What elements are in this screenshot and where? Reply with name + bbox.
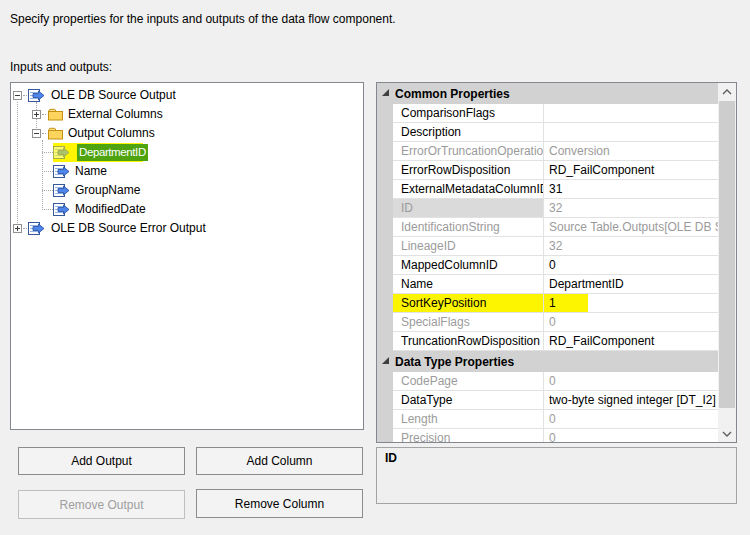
property-name-cell: TruncationRowDisposition — [393, 332, 544, 351]
property-name-cell: IdentificationString — [393, 218, 544, 237]
property-value-cell[interactable]: two-byte signed integer [DT_I2] — [544, 391, 718, 410]
property-row-lineageid[interactable]: LineageID32 — [377, 237, 718, 256]
property-row-id[interactable]: ID32 — [377, 199, 718, 218]
category-expanded-icon — [382, 357, 389, 364]
property-value-cell[interactable]: DepartmentID — [544, 275, 718, 294]
category-gutter — [377, 372, 393, 391]
category-gutter — [377, 410, 393, 429]
tree-item-output-columns[interactable]: Output Columns — [11, 124, 363, 143]
property-row-errorortruncationoperation[interactable]: ErrorOrTruncationOperationConversion — [377, 142, 718, 161]
inputs-outputs-tree: OLE DB Source OutputExternal ColumnsOutp… — [10, 82, 364, 430]
property-grid-rows: Common PropertiesComparisonFlagsDescript… — [377, 83, 718, 443]
property-row-externalmetadatacolumnid[interactable]: ExternalMetadataColumnID31 — [377, 180, 718, 199]
remove-column-button[interactable]: Remove Column — [196, 489, 363, 518]
property-row-sortkeyposition[interactable]: SortKeyPosition1 — [377, 294, 718, 313]
category-gutter — [377, 161, 393, 180]
expand-plus-icon[interactable] — [13, 224, 22, 233]
category-gutter — [377, 123, 393, 142]
property-row-precision[interactable]: Precision0 — [377, 429, 718, 443]
category-gutter — [377, 429, 393, 443]
property-name-cell: ErrorRowDisposition — [393, 161, 544, 180]
add-output-button[interactable]: Add Output — [18, 447, 185, 475]
tree-item-ole-db-source-output[interactable]: OLE DB Source Output — [11, 86, 363, 105]
property-grid-scrollbar[interactable] — [718, 83, 736, 442]
tree-item-departmentid[interactable]: DepartmentID — [11, 143, 363, 162]
instruction-text: Specify properties for the inputs and ou… — [10, 12, 396, 26]
property-value-cell[interactable]: RD_FailComponent — [544, 161, 718, 180]
folder-icon — [47, 107, 64, 122]
property-name-cell: Precision — [393, 429, 544, 443]
property-name-cell: Length — [393, 410, 544, 429]
property-value-cell: 0 — [544, 372, 718, 391]
chevron-up-icon — [722, 89, 732, 95]
property-row-comparisonflags[interactable]: ComparisonFlags — [377, 104, 718, 123]
property-name-cell: CodePage — [393, 372, 544, 391]
inputs-outputs-label: Inputs and outputs: — [10, 60, 112, 74]
category-title: Common Properties — [395, 87, 510, 101]
property-description-panel: ID — [376, 447, 737, 504]
collapse-minus-icon[interactable] — [32, 129, 41, 138]
category-gutter — [377, 218, 393, 237]
collapse-minus-icon[interactable] — [13, 91, 22, 100]
category-gutter — [377, 104, 393, 123]
property-row-codepage[interactable]: CodePage0 — [377, 372, 718, 391]
property-name-cell: DataType — [393, 391, 544, 410]
output-column-icon — [28, 221, 45, 236]
property-name-cell: LineageID — [393, 237, 544, 256]
highlight-annotation — [53, 143, 76, 162]
tree-item-external-columns[interactable]: External Columns — [11, 105, 363, 124]
property-value-cell[interactable]: 31 — [544, 180, 718, 199]
property-name-cell: ErrorOrTruncationOperation — [393, 142, 544, 161]
category-title: Data Type Properties — [395, 355, 514, 369]
scroll-down-button[interactable] — [718, 425, 736, 442]
property-row-identificationstring[interactable]: IdentificationStringSource Table.Outputs… — [377, 218, 718, 237]
property-name-cell: ExternalMetadataColumnID — [393, 180, 544, 199]
scrollbar-thumb[interactable] — [719, 101, 735, 408]
add-column-button[interactable]: Add Column — [196, 447, 363, 475]
property-value-cell: 0 — [544, 410, 718, 429]
property-row-datatype[interactable]: DataTypetwo-byte signed integer [DT_I2] — [377, 391, 718, 410]
category-gutter — [377, 294, 393, 313]
property-value-cell: 32 — [544, 199, 718, 218]
tree-item-modifieddate[interactable]: ModifiedDate — [11, 200, 363, 219]
property-value-cell[interactable] — [544, 104, 718, 123]
property-row-truncationrowdisposition[interactable]: TruncationRowDispositionRD_FailComponent — [377, 332, 718, 351]
category-header-common-properties[interactable]: Common Properties — [377, 83, 718, 104]
property-row-specialflags[interactable]: SpecialFlags0 — [377, 313, 718, 332]
tree-item-ole-db-source-error-output[interactable]: OLE DB Source Error Output — [11, 219, 363, 238]
category-gutter — [377, 332, 393, 351]
category-gutter — [377, 237, 393, 256]
property-row-mappedcolumnid[interactable]: MappedColumnID0 — [377, 256, 718, 275]
property-name-cell: Name — [393, 275, 544, 294]
property-row-errorrowdisposition[interactable]: ErrorRowDispositionRD_FailComponent — [377, 161, 718, 180]
property-value-cell: Source Table.Outputs[OLE DB S — [544, 218, 718, 237]
output-column-icon — [28, 88, 45, 103]
remove-output-button: Remove Output — [18, 490, 185, 519]
property-row-length[interactable]: Length0 — [377, 410, 718, 429]
property-name-cell: MappedColumnID — [393, 256, 544, 275]
category-expanded-icon — [382, 89, 389, 96]
scroll-up-button[interactable] — [718, 83, 736, 100]
property-name-cell: Description — [393, 123, 544, 142]
folder-icon — [47, 126, 64, 141]
tree-item-label: ModifiedDate — [11, 200, 146, 219]
property-name-cell: ID — [393, 199, 544, 218]
category-gutter — [377, 180, 393, 199]
category-gutter — [377, 199, 393, 218]
property-name-cell: SortKeyPosition — [393, 294, 544, 313]
selected-property-name: ID — [385, 451, 397, 465]
tree-item-name[interactable]: Name — [11, 162, 363, 181]
property-value-cell[interactable]: 1 — [544, 294, 718, 313]
advanced-editor-inputs-outputs-panel: Specify properties for the inputs and ou… — [0, 0, 750, 535]
category-header-data-type-properties[interactable]: Data Type Properties — [377, 351, 718, 372]
tree-item-groupname[interactable]: GroupName — [11, 181, 363, 200]
expand-plus-icon[interactable] — [32, 110, 41, 119]
property-value-cell: Conversion — [544, 142, 718, 161]
property-row-name[interactable]: NameDepartmentID — [377, 275, 718, 294]
property-value-cell[interactable]: 0 — [544, 256, 718, 275]
category-gutter — [377, 313, 393, 332]
property-row-description[interactable]: Description — [377, 123, 718, 142]
property-value-cell[interactable] — [544, 123, 718, 142]
property-value-cell[interactable]: RD_FailComponent — [544, 332, 718, 351]
chevron-down-icon — [722, 431, 732, 437]
